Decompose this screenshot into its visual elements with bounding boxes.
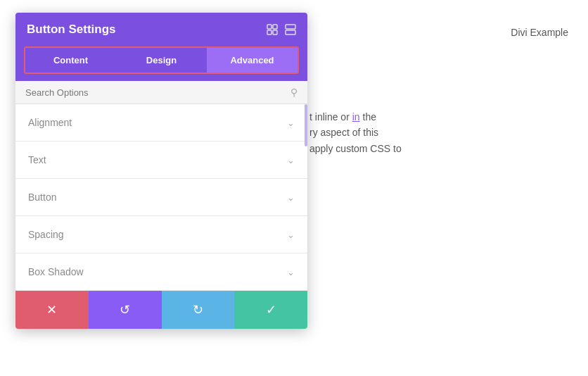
svg-rect-2: [267, 30, 271, 35]
accordion-item-text: Text ⌄: [15, 142, 307, 179]
svg-rect-4: [286, 25, 295, 29]
modal-title: Button Settings: [27, 23, 116, 37]
svg-rect-5: [286, 30, 295, 35]
body-text-line2: ry aspect of this: [309, 127, 378, 138]
undo-button[interactable]: ↺: [89, 291, 162, 329]
search-input[interactable]: [25, 87, 290, 98]
modal-header: Button Settings: [15, 13, 307, 46]
accordion-item-box-shadow: Box Shadow ⌄: [15, 253, 307, 291]
chevron-down-icon-text: ⌄: [287, 155, 295, 165]
accordion-item-button: Button ⌄: [15, 179, 307, 216]
modal-header-icons: [267, 24, 296, 35]
accordion-item-spacing: Spacing ⌄: [15, 216, 307, 253]
chevron-down-icon-spacing: ⌄: [287, 230, 295, 240]
svg-rect-3: [273, 30, 277, 35]
redo-button[interactable]: ↻: [162, 291, 235, 329]
tab-content[interactable]: Content: [25, 48, 116, 73]
search-icon: ⚲: [290, 87, 298, 98]
tab-design[interactable]: Design: [116, 48, 207, 73]
accordion-header-text[interactable]: Text ⌄: [15, 142, 307, 178]
accordion-header-box-shadow[interactable]: Box Shadow ⌄: [15, 253, 307, 290]
accordion-header-alignment[interactable]: Alignment ⌄: [15, 104, 307, 141]
modal-footer: ✕ ↺ ↻ ✓: [15, 291, 307, 329]
save-button[interactable]: ✓: [234, 291, 307, 329]
accordion-label-text: Text: [28, 154, 46, 165]
page-body-text: t inline or in the ry aspect of this app…: [309, 109, 402, 156]
svg-rect-1: [273, 25, 277, 29]
scrollbar-thumb[interactable]: [305, 104, 307, 146]
accordion-label-spacing: Spacing: [28, 229, 64, 240]
chevron-down-icon-alignment: ⌄: [287, 118, 295, 128]
accordion-label-alignment: Alignment: [28, 117, 72, 128]
divi-example-label: Divi Example: [511, 27, 568, 38]
body-text-rest1: the: [360, 111, 376, 123]
search-bar: ⚲: [15, 81, 307, 104]
accordion-header-spacing[interactable]: Spacing ⌄: [15, 216, 307, 253]
layout-icon[interactable]: [285, 24, 296, 35]
chevron-down-icon-box-shadow: ⌄: [287, 267, 295, 277]
cancel-button[interactable]: ✕: [15, 291, 89, 329]
svg-rect-0: [267, 25, 271, 29]
accordion-list: Alignment ⌄ Text ⌄ Button ⌄ Spacing ⌄: [15, 104, 307, 291]
accordion-label-box-shadow: Box Shadow: [28, 266, 84, 277]
tab-advanced[interactable]: Advanced: [207, 48, 298, 73]
expand-icon[interactable]: [267, 24, 278, 35]
body-text-line3: apply custom CSS to: [309, 143, 402, 154]
accordion-item-alignment: Alignment ⌄: [15, 104, 307, 142]
body-text-line1: t inline or: [309, 111, 352, 123]
tabs-wrapper: Content Design Advanced: [15, 46, 307, 81]
accordion-header-button[interactable]: Button ⌄: [15, 179, 307, 215]
chevron-down-icon-button: ⌄: [287, 192, 295, 203]
body-link-inline: in: [352, 111, 360, 123]
accordion-label-button: Button: [28, 192, 56, 203]
button-settings-modal: Button Settings Content Design: [15, 13, 307, 329]
tabs-border: Content Design Advanced: [24, 46, 299, 74]
